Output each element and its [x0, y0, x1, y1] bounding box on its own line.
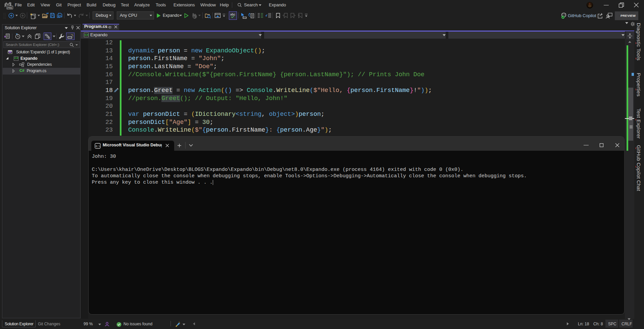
svg-text:C:\: C:\ — [96, 145, 100, 148]
svg-text:PRE: PRE — [7, 7, 12, 9]
svg-text:abc: abc — [230, 12, 236, 16]
